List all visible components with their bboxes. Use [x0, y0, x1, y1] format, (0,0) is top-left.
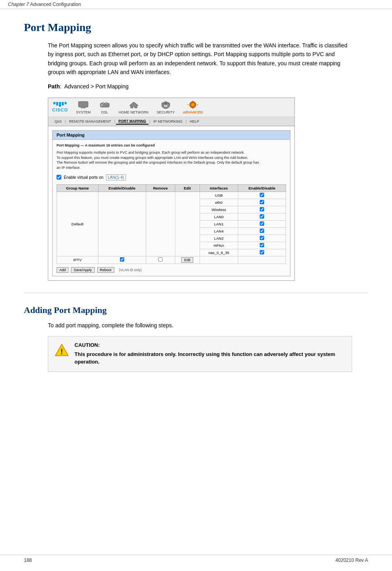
pm-max-entries: Port Mapping — A maximum 16 entries can …	[57, 143, 286, 148]
th-enable-disable-1: Enable/Disable	[98, 184, 146, 192]
subnav-sep-4: |	[186, 119, 186, 123]
router-top-nav: CISCO SYSTEM DSL	[48, 98, 294, 117]
nav-home-label: HOME NETWORK	[119, 110, 149, 114]
router-nav-advanced[interactable]: ADVANCED	[183, 100, 203, 114]
path-text: Path: Advanced > Port Mapping	[48, 83, 352, 90]
interface-lan1: LAN1	[200, 220, 238, 227]
th-remove: Remove	[146, 184, 175, 192]
cisco-text: CISCO	[52, 108, 68, 112]
interface-eth0-enable	[238, 199, 286, 206]
subnav-sep-2: |	[114, 119, 115, 123]
home-network-icon	[128, 100, 140, 109]
subnav-qos[interactable]: QoS	[52, 119, 64, 124]
subnav-help[interactable]: HELP	[187, 119, 202, 124]
cisco-logo: CISCO	[52, 102, 68, 112]
port-mapping-section-body: The Port Mapping screen allows you to sp…	[48, 41, 352, 281]
svg-marker-6	[129, 102, 138, 108]
edit-iptv-button[interactable]: Edit	[181, 257, 193, 263]
adding-port-mapping-body: To add port mapping, complete the follow…	[48, 321, 352, 372]
caution-box: ! CAUTION: This procedure is for adminis…	[48, 336, 352, 372]
svg-rect-3	[102, 102, 104, 104]
router-nav-dsl[interactable]: DSL	[99, 100, 111, 114]
pm-panel: Port Mapping Port Mapping — A maximum 16…	[52, 130, 290, 276]
subnav-sep-1: |	[65, 119, 66, 123]
svg-point-10	[191, 103, 194, 106]
interface-wireless: Wireless	[200, 206, 238, 213]
router-nav-security[interactable]: SECURITY	[157, 100, 175, 114]
group-name-iptv: IPTV	[57, 256, 98, 264]
add-button[interactable]: Add	[57, 267, 69, 273]
vlan-note: (VLAN ID only)	[119, 268, 142, 272]
th-enable-disable-2: Enable/Disable	[238, 184, 286, 192]
pm-description: Port Mapping supports multiple ports to …	[57, 150, 286, 170]
subnav-port-mapping[interactable]: PORT MAPPING	[116, 118, 149, 125]
enable-label: Enable virtual ports on	[64, 175, 104, 180]
th-edit: Edit	[175, 184, 200, 192]
subnav-remote-mgmt[interactable]: REMOTE MANAGEMENT	[67, 119, 114, 124]
interface-lan2-enable	[238, 235, 286, 242]
path-value: Advanced > Port Mapping	[64, 83, 129, 90]
subnav-sep-3: |	[149, 119, 150, 123]
nav-advanced-label: ADVANCED	[183, 110, 203, 114]
group-name-default: Default	[57, 192, 98, 256]
interface-lan1-enable	[238, 220, 286, 227]
interface-lan2: LAN2	[200, 235, 238, 242]
router-nav-home[interactable]: HOME NETWORK	[119, 100, 149, 114]
interface-hpna: HPNA	[200, 242, 238, 249]
chapter-label: Chapter 7	[8, 2, 29, 7]
cisco-bars	[53, 102, 67, 107]
reboot-button[interactable]: Reboot	[97, 267, 114, 273]
adding-port-mapping-title: Adding Port Mapping	[24, 305, 368, 315]
dsl-icon	[99, 100, 111, 109]
pm-panel-title: Port Mapping	[53, 131, 290, 140]
iptv-interface-empty	[200, 256, 238, 264]
cisco-bar-2	[56, 102, 58, 106]
svg-text:!: !	[61, 347, 63, 356]
port-mapping-title: Port Mapping	[24, 21, 368, 34]
pm-panel-body: Port Mapping — A maximum 16 entries can …	[53, 140, 290, 276]
table-row: Default USB	[57, 192, 286, 199]
interface-hpna-enable	[238, 242, 286, 249]
group-edit-default	[175, 192, 200, 256]
interface-nas-enable	[238, 249, 286, 256]
path-label: Path	[48, 83, 60, 90]
page-header: Chapter 7 Advanced Configuration	[0, 0, 392, 9]
router-subnav: QoS | REMOTE MANAGEMENT | PORT MAPPING |…	[48, 117, 294, 126]
pm-table: Group Name Enable/Disable Remove Edit In…	[57, 184, 286, 264]
enable-value: LAN(1-4)	[106, 174, 126, 180]
cisco-bar-3	[59, 102, 61, 107]
interface-lan4-enable	[238, 227, 286, 235]
iptv-interface-enable-empty	[238, 256, 286, 264]
subnav-ip-networking[interactable]: IP NETWORKING	[151, 119, 185, 124]
enable-virtual-ports-checkbox[interactable]	[57, 175, 61, 180]
cisco-bar-5	[65, 102, 67, 104]
interface-eth0: eth0	[200, 199, 238, 206]
interface-nas: nas_0_8_35	[200, 249, 238, 256]
nav-system-label: SYSTEM	[76, 110, 91, 114]
page-footer: 188 4020210 Rev A	[0, 555, 392, 563]
router-ui-screenshot: CISCO SYSTEM DSL	[48, 98, 295, 281]
interface-lan0-enable	[238, 213, 286, 220]
pm-enable-row: Enable virtual ports on LAN(1-4)	[57, 174, 286, 180]
cisco-bar-1	[53, 102, 55, 104]
svg-point-5	[101, 104, 103, 106]
interface-usb: USB	[200, 192, 238, 199]
save-apply-button[interactable]: Save/Apply	[71, 267, 95, 273]
svg-rect-0	[78, 102, 88, 107]
group-edit-iptv: Edit	[175, 256, 200, 264]
security-icon	[160, 100, 172, 109]
footer-doc-number: 4020210 Rev A	[335, 557, 368, 563]
router-nav-system[interactable]: SYSTEM	[76, 100, 91, 114]
nav-security-label: SECURITY	[157, 110, 175, 114]
interface-usb-enable	[238, 192, 286, 199]
section-divider	[24, 293, 368, 293]
section-label: Advanced Configuration	[30, 2, 81, 7]
caution-content: CAUTION: This procedure is for administr…	[74, 342, 345, 366]
footer-page-number: 188	[24, 557, 32, 563]
svg-rect-4	[106, 102, 107, 104]
caution-icon: !	[55, 343, 69, 357]
group-remove-default	[146, 192, 175, 256]
pm-bottom-buttons: Add Save/Apply Reboot (VLAN ID only)	[57, 267, 286, 273]
table-row-iptv: IPTV Edit	[57, 256, 286, 264]
interface-lan4: LAN4	[200, 227, 238, 235]
